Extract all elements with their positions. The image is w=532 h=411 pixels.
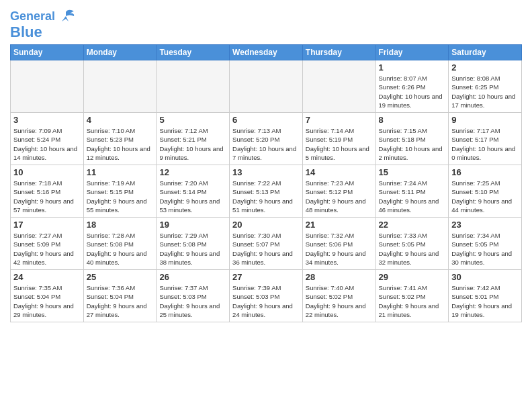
day-info: Sunrise: 8:07 AM Sunset: 6:26 PM Dayligh…: [379, 74, 446, 109]
weekday-header: Wednesday: [230, 45, 303, 60]
day-number: 8: [379, 115, 446, 125]
weekday-header: Friday: [375, 45, 449, 60]
calendar-day-cell: 7Sunrise: 7:14 AM Sunset: 5:19 PM Daylig…: [302, 113, 375, 165]
day-info: Sunrise: 7:17 AM Sunset: 5:17 PM Dayligh…: [451, 126, 519, 162]
calendar-day-cell: 20Sunrise: 7:30 AM Sunset: 5:07 PM Dayli…: [230, 218, 303, 270]
day-info: Sunrise: 7:23 AM Sunset: 5:12 PM Dayligh…: [306, 179, 373, 214]
calendar-day-cell: 17Sunrise: 7:27 AM Sunset: 5:09 PM Dayli…: [11, 218, 84, 270]
day-info: Sunrise: 7:42 AM Sunset: 5:01 PM Dayligh…: [451, 283, 519, 319]
day-info: Sunrise: 7:40 AM Sunset: 5:02 PM Dayligh…: [306, 283, 373, 319]
day-number: 10: [13, 167, 81, 177]
calendar-week-row: 17Sunrise: 7:27 AM Sunset: 5:09 PM Dayli…: [11, 218, 522, 270]
calendar-week-row: 24Sunrise: 7:35 AM Sunset: 5:04 PM Dayli…: [11, 270, 522, 322]
calendar-day-cell: 2Sunrise: 8:08 AM Sunset: 6:25 PM Daylig…: [449, 60, 522, 113]
calendar-day-cell: 16Sunrise: 7:25 AM Sunset: 5:10 PM Dayli…: [449, 165, 522, 218]
calendar-day-cell: [302, 60, 375, 113]
weekday-header: Thursday: [302, 45, 375, 60]
calendar-day-cell: 25Sunrise: 7:36 AM Sunset: 5:04 PM Dayli…: [83, 270, 157, 322]
day-info: Sunrise: 7:39 AM Sunset: 5:03 PM Dayligh…: [232, 283, 300, 319]
day-info: Sunrise: 7:33 AM Sunset: 5:05 PM Dayligh…: [379, 231, 446, 267]
day-number: 1: [379, 62, 446, 73]
calendar-day-cell: 6Sunrise: 7:13 AM Sunset: 5:20 PM Daylig…: [230, 113, 303, 165]
day-number: 7: [306, 115, 373, 125]
logo-text: General: [10, 10, 55, 24]
day-number: 28: [306, 272, 373, 282]
day-info: Sunrise: 7:13 AM Sunset: 5:20 PM Dayligh…: [232, 126, 300, 162]
day-number: 15: [379, 167, 446, 177]
calendar-day-cell: 5Sunrise: 7:12 AM Sunset: 5:21 PM Daylig…: [157, 113, 230, 165]
day-number: 11: [87, 167, 154, 177]
calendar-day-cell: 10Sunrise: 7:18 AM Sunset: 5:16 PM Dayli…: [11, 165, 84, 218]
day-number: 27: [232, 272, 300, 282]
day-info: Sunrise: 7:28 AM Sunset: 5:08 PM Dayligh…: [87, 231, 154, 267]
day-number: 12: [159, 167, 226, 177]
calendar-day-cell: 14Sunrise: 7:23 AM Sunset: 5:12 PM Dayli…: [302, 165, 375, 218]
day-number: 17: [13, 220, 81, 230]
day-number: 29: [379, 272, 446, 282]
day-info: Sunrise: 7:36 AM Sunset: 5:04 PM Dayligh…: [87, 283, 154, 319]
day-number: 21: [306, 220, 373, 230]
calendar-week-row: 10Sunrise: 7:18 AM Sunset: 5:16 PM Dayli…: [11, 165, 522, 218]
calendar-day-cell: [11, 60, 84, 113]
day-number: 3: [13, 115, 81, 125]
calendar-day-cell: 23Sunrise: 7:34 AM Sunset: 5:05 PM Dayli…: [449, 218, 522, 270]
calendar-week-row: 1Sunrise: 8:07 AM Sunset: 6:26 PM Daylig…: [11, 60, 522, 113]
calendar-day-cell: 19Sunrise: 7:29 AM Sunset: 5:08 PM Dayli…: [157, 218, 230, 270]
day-number: 4: [87, 115, 154, 125]
day-info: Sunrise: 7:30 AM Sunset: 5:07 PM Dayligh…: [232, 231, 300, 267]
day-info: Sunrise: 8:08 AM Sunset: 6:25 PM Dayligh…: [451, 74, 519, 109]
day-number: 25: [87, 272, 154, 282]
day-info: Sunrise: 7:14 AM Sunset: 5:19 PM Dayligh…: [306, 126, 373, 162]
header: General Blue: [10, 7, 522, 40]
logo: General Blue: [10, 9, 75, 40]
logo-general: General: [10, 9, 55, 23]
calendar-day-cell: 15Sunrise: 7:24 AM Sunset: 5:11 PM Dayli…: [375, 165, 449, 218]
day-info: Sunrise: 7:18 AM Sunset: 5:16 PM Dayligh…: [13, 179, 81, 214]
calendar-day-cell: 8Sunrise: 7:15 AM Sunset: 5:18 PM Daylig…: [375, 113, 449, 165]
day-info: Sunrise: 7:27 AM Sunset: 5:09 PM Dayligh…: [13, 231, 81, 267]
calendar-day-cell: [157, 60, 230, 113]
calendar-day-cell: 13Sunrise: 7:22 AM Sunset: 5:13 PM Dayli…: [230, 165, 303, 218]
calendar-day-cell: 11Sunrise: 7:19 AM Sunset: 5:15 PM Dayli…: [83, 165, 157, 218]
day-number: 2: [451, 62, 519, 73]
day-number: 30: [451, 272, 519, 282]
calendar-day-cell: 26Sunrise: 7:37 AM Sunset: 5:03 PM Dayli…: [157, 270, 230, 322]
day-info: Sunrise: 7:12 AM Sunset: 5:21 PM Dayligh…: [159, 126, 226, 162]
calendar-day-cell: 18Sunrise: 7:28 AM Sunset: 5:08 PM Dayli…: [83, 218, 157, 270]
day-number: 9: [451, 115, 519, 125]
day-number: 24: [13, 272, 81, 282]
weekday-header: Tuesday: [157, 45, 230, 60]
day-info: Sunrise: 7:34 AM Sunset: 5:05 PM Dayligh…: [451, 231, 519, 267]
day-info: Sunrise: 7:15 AM Sunset: 5:18 PM Dayligh…: [379, 126, 446, 162]
calendar-day-cell: 22Sunrise: 7:33 AM Sunset: 5:05 PM Dayli…: [375, 218, 449, 270]
weekday-header: Monday: [83, 45, 157, 60]
logo-blue: Blue: [10, 24, 42, 40]
day-number: 19: [159, 220, 226, 230]
logo-line: General: [10, 9, 75, 24]
day-info: Sunrise: 7:19 AM Sunset: 5:15 PM Dayligh…: [87, 179, 154, 214]
calendar-header-row: SundayMondayTuesdayWednesdayThursdayFrid…: [11, 45, 522, 60]
calendar-day-cell: [83, 60, 157, 113]
calendar-day-cell: 27Sunrise: 7:39 AM Sunset: 5:03 PM Dayli…: [230, 270, 303, 322]
calendar-day-cell: 24Sunrise: 7:35 AM Sunset: 5:04 PM Dayli…: [11, 270, 84, 322]
day-info: Sunrise: 7:29 AM Sunset: 5:08 PM Dayligh…: [159, 231, 226, 267]
day-info: Sunrise: 7:37 AM Sunset: 5:03 PM Dayligh…: [159, 283, 226, 319]
day-info: Sunrise: 7:25 AM Sunset: 5:10 PM Dayligh…: [451, 179, 519, 214]
calendar-day-cell: 1Sunrise: 8:07 AM Sunset: 6:26 PM Daylig…: [375, 60, 449, 113]
day-info: Sunrise: 7:22 AM Sunset: 5:13 PM Dayligh…: [232, 179, 300, 214]
day-number: 14: [306, 167, 373, 177]
day-number: 16: [451, 167, 519, 177]
calendar-day-cell: 12Sunrise: 7:20 AM Sunset: 5:14 PM Dayli…: [157, 165, 230, 218]
day-number: 18: [87, 220, 154, 230]
calendar-table: SundayMondayTuesdayWednesdayThursdayFrid…: [10, 44, 522, 322]
calendar-day-cell: 30Sunrise: 7:42 AM Sunset: 5:01 PM Dayli…: [449, 270, 522, 322]
day-number: 23: [451, 220, 519, 230]
calendar-day-cell: 9Sunrise: 7:17 AM Sunset: 5:17 PM Daylig…: [449, 113, 522, 165]
day-number: 20: [232, 220, 300, 230]
day-number: 6: [232, 115, 300, 125]
day-number: 26: [159, 272, 226, 282]
calendar-day-cell: [230, 60, 303, 113]
day-info: Sunrise: 7:41 AM Sunset: 5:02 PM Dayligh…: [379, 283, 446, 319]
logo-blue-line: Blue: [10, 24, 42, 40]
calendar-day-cell: 29Sunrise: 7:41 AM Sunset: 5:02 PM Dayli…: [375, 270, 449, 322]
